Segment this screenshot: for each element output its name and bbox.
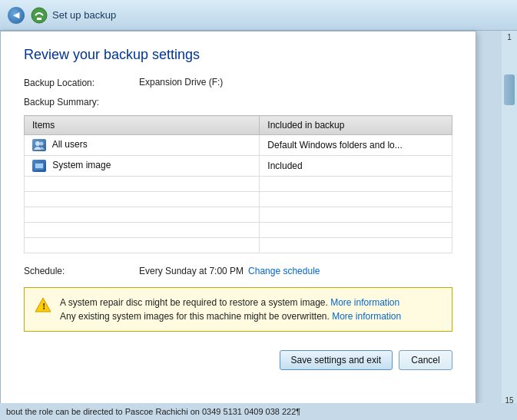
system-image-icon — [32, 160, 46, 172]
backup-location-label: Backup Location: — [24, 77, 139, 88]
table-cell-item-1: All users — [25, 135, 260, 156]
table-cell-included-1: Default Windows folders and lo... — [260, 135, 452, 156]
col-items-header: Items — [25, 116, 260, 135]
schedule-row: Schedule: Every Sunday at 7:00 PM Change… — [24, 266, 452, 276]
status-text: bout the role can be directed to Pascoe … — [6, 407, 300, 416]
svg-point-2 — [35, 141, 40, 146]
backup-summary-label: Backup Summary: — [24, 96, 139, 107]
save-button[interactable]: Save settings and exit — [280, 350, 393, 370]
schedule-value: Every Sunday at 7:00 PM — [139, 266, 244, 276]
table-row — [25, 223, 452, 238]
page-current: 1 — [507, 31, 512, 44]
status-bar: bout the role can be directed to Pascoe … — [0, 403, 517, 420]
table-row — [25, 192, 452, 207]
more-info-link-1[interactable]: More information — [330, 297, 399, 308]
cancel-button[interactable]: Cancel — [399, 350, 452, 370]
backup-location-value: Expansion Drive (F:) — [139, 77, 223, 88]
svg-text:!: ! — [42, 300, 45, 312]
table-cell-included-2: Included — [260, 156, 452, 177]
table-row: System image Included — [25, 156, 452, 177]
schedule-label: Schedule: — [24, 266, 139, 276]
button-row: Save settings and exit Cancel — [24, 347, 452, 370]
table-row — [25, 238, 452, 253]
item-1-label: All users — [52, 139, 88, 150]
svg-point-3 — [40, 141, 44, 145]
svg-point-0 — [31, 8, 47, 23]
dialog: Review your backup settings Backup Locat… — [0, 31, 476, 407]
scroll-track[interactable] — [503, 44, 515, 394]
more-info-link-2[interactable]: More information — [332, 311, 401, 322]
table-cell-item-2: System image — [25, 156, 260, 177]
warning-text: A system repair disc might be required t… — [60, 296, 401, 323]
scroll-thumb[interactable] — [504, 74, 515, 105]
svg-rect-6 — [38, 168, 41, 170]
window-title: Set up backup — [52, 9, 116, 21]
page-title: Review your backup settings — [24, 47, 452, 63]
table-row — [25, 177, 452, 192]
warning-box: ! A system repair disc might be required… — [24, 287, 452, 332]
change-schedule-link[interactable]: Change schedule — [248, 266, 320, 276]
backup-table-section: Items Included in backup — [24, 115, 452, 253]
svg-rect-5 — [35, 164, 43, 168]
backup-location-row: Backup Location: Expansion Drive (F:) — [24, 77, 452, 88]
backup-table: Items Included in backup — [24, 115, 452, 253]
warning-icon: ! — [34, 296, 52, 315]
back-button[interactable]: ◀ — [8, 7, 25, 24]
table-row: All users Default Windows folders and lo… — [25, 135, 452, 156]
table-row — [25, 207, 452, 223]
backup-summary-row: Backup Summary: — [24, 96, 452, 107]
col-included-header: Included in backup — [260, 116, 452, 135]
svg-rect-7 — [36, 170, 42, 170]
warning-line-2: Any existing system images for this mach… — [60, 309, 401, 323]
users-icon — [32, 139, 46, 151]
title-bar: ◀ Set up backup — [0, 0, 517, 31]
backup-icon — [31, 7, 48, 24]
right-panel: 1 15 — [502, 31, 517, 407]
warning-line-1: A system repair disc might be required t… — [60, 296, 401, 309]
item-2-label: System image — [52, 160, 111, 170]
